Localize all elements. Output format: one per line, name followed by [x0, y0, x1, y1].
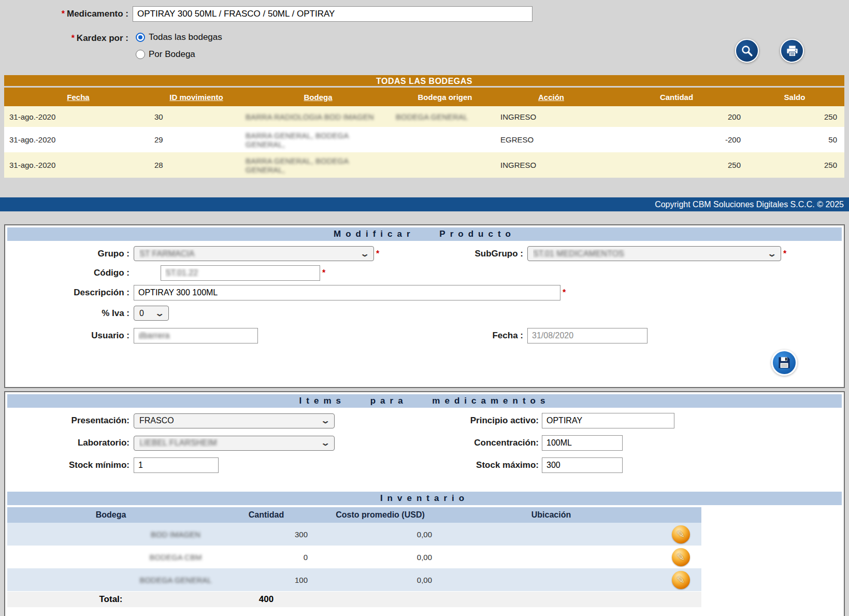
cell-bodega-blurred: BARRA GENERAL, BODEGA GENERAL,	[240, 152, 396, 178]
required-marker: *	[69, 34, 77, 42]
total-label: Total:	[7, 594, 214, 605]
radio-button-icon[interactable]	[136, 50, 145, 59]
inventario-total-row: Total: 400	[7, 592, 701, 607]
kardex-table: Fecha ID movimiento Bodega Bodega origen…	[4, 88, 844, 178]
column-header-bodega[interactable]: Bodega	[240, 88, 396, 106]
cell-id-movimiento: 30	[152, 106, 240, 127]
cell-cantidad: 100	[214, 568, 318, 591]
column-header-saldo: Saldo	[745, 88, 844, 106]
principio-activo-label: Principio activo:	[461, 416, 539, 426]
kardex-table-title: TODAS LAS BODEGAS	[4, 75, 844, 88]
chevron-down-icon: ⌄	[360, 249, 370, 259]
edit-row-button[interactable]: ✎	[672, 525, 690, 543]
presentacion-select[interactable]: FRASCO ⌄	[134, 413, 335, 428]
cell-costo-promedio: 0,00	[318, 546, 442, 568]
column-header-id-movimiento[interactable]: ID movimiento	[152, 88, 240, 106]
cell-cantidad: 300	[214, 523, 318, 546]
cell-cantidad: 200	[608, 106, 745, 127]
descripcion-input[interactable]	[134, 285, 560, 300]
chevron-down-icon: ⌄	[321, 438, 330, 448]
fecha-input[interactable]	[527, 328, 647, 343]
cell-ubicacion	[442, 523, 660, 546]
medicamento-input[interactable]	[133, 6, 533, 22]
print-button[interactable]	[780, 39, 804, 63]
subgrupo-select[interactable]: ST.01 MEDICAMENTOS ⌄	[527, 246, 781, 261]
column-header-fecha[interactable]: Fecha	[4, 88, 152, 106]
cell-costo-promedio: 0,00	[318, 523, 442, 546]
medicamento-label: Medicamento :	[67, 9, 128, 19]
radio-por-bodega[interactable]: Por Bodega	[136, 49, 222, 60]
modificar-producto-title: Modificar Producto	[7, 227, 842, 241]
cell-saldo: 250	[745, 106, 844, 127]
total-value: 400	[214, 594, 318, 605]
chevron-down-icon: ⌄	[155, 309, 165, 318]
stock-maximo-input[interactable]	[542, 457, 623, 473]
cell-bodega-blurred: BOD IMAGEN	[7, 523, 214, 546]
edit-row-button[interactable]: ✎	[672, 548, 690, 566]
cell-accion: INGRESO	[494, 106, 608, 127]
cell-ubicacion	[442, 568, 660, 591]
table-row: BODEGA GENERAL 100 0,00 ✎	[7, 568, 701, 591]
laboratorio-select[interactable]: LIEBEL FLARSHEIM ⌄	[134, 436, 335, 451]
chevron-down-icon: ⌄	[321, 416, 330, 425]
codigo-label: Código :	[7, 268, 129, 278]
footer-bar: Copyright CBM Soluciones Digitales S.C.C…	[0, 197, 849, 211]
column-header-bodega-origen: Bodega origen	[396, 88, 494, 106]
radio-label: Por Bodega	[149, 49, 195, 60]
subgrupo-label: SubGrupo :	[465, 249, 523, 259]
edit-row-button[interactable]: ✎	[672, 571, 690, 589]
radio-button-icon[interactable]	[136, 33, 145, 42]
concentracion-input[interactable]	[542, 435, 623, 451]
descripcion-label: Descripción :	[7, 288, 129, 298]
kardex-search-form: *Medicamento : *Kardex por : Todas las b…	[0, 6, 849, 75]
codigo-input[interactable]	[161, 265, 320, 281]
edit-pencil-icon: ✎	[677, 552, 685, 562]
radio-todas-las-bodegas[interactable]: Todas las bodegas	[136, 32, 222, 42]
cell-cantidad: 250	[608, 152, 745, 178]
kardex-por-label: Kardex por :	[77, 33, 128, 43]
required-marker: *	[560, 288, 568, 297]
inventario-table: Bodega Cantidad Costo promedio (USD) Ubi…	[7, 507, 701, 591]
required-marker: *	[781, 249, 788, 259]
search-button[interactable]	[735, 39, 759, 63]
edit-pencil-icon: ✎	[677, 575, 685, 585]
stock-minimo-label: Stock mínimo:	[7, 460, 129, 470]
inv-column-header-costo-promedio: Costo promedio (USD)	[318, 507, 442, 523]
cell-bodega-origen	[396, 127, 494, 152]
cell-bodega-origen-blurred: BODEGA GENERAL	[396, 106, 494, 127]
cell-cantidad: -200	[608, 127, 745, 152]
usuario-label: Usuario :	[7, 331, 129, 341]
table-row: BOD IMAGEN 300 0,00 ✎	[7, 523, 701, 546]
cell-bodega-blurred: BARRA GENERAL, BODEGA GENERAL,	[240, 127, 396, 152]
cell-fecha: 31-ago.-2020	[4, 127, 152, 152]
search-icon	[740, 44, 754, 58]
cell-bodega-blurred: BODEGA GENERAL	[7, 568, 214, 591]
radio-label: Todas las bodegas	[149, 32, 222, 42]
fecha-label: Fecha :	[465, 331, 523, 341]
principio-activo-input[interactable]	[542, 413, 674, 428]
stock-minimo-input[interactable]	[134, 457, 219, 473]
cell-id-movimiento: 28	[152, 152, 240, 178]
cell-fecha: 31-ago.-2020	[4, 106, 152, 127]
copyright-text: Copyright CBM Soluciones Digitales S.C.C…	[655, 200, 844, 209]
chevron-down-icon: ⌄	[767, 249, 777, 259]
edit-pencil-icon: ✎	[677, 529, 685, 539]
grupo-label: Grupo :	[7, 249, 129, 259]
usuario-input[interactable]	[134, 328, 258, 343]
inv-column-header-cantidad: Cantidad	[214, 507, 318, 523]
kardex-por-radio-group: Todas las bodegas Por Bodega	[136, 32, 222, 66]
cell-bodega-origen	[396, 152, 494, 178]
iva-label: % Iva :	[7, 308, 129, 319]
save-button[interactable]	[771, 350, 797, 376]
required-marker: *	[374, 249, 381, 259]
cell-id-movimiento: 29	[152, 127, 240, 152]
modificar-producto-panel: Modificar Producto Grupo : ST FARMACIA ⌄…	[4, 224, 845, 388]
grupo-select[interactable]: ST FARMACIA ⌄	[134, 246, 374, 261]
required-marker: *	[320, 268, 327, 278]
inventario-title: Inventario	[7, 492, 842, 505]
iva-select[interactable]: 0 ⌄	[134, 306, 169, 321]
stock-maximo-label: Stock máximo:	[461, 460, 539, 470]
cell-fecha: 31-ago.-2020	[4, 152, 152, 178]
inv-column-header-bodega: Bodega	[7, 507, 214, 523]
column-header-accion[interactable]: Acción	[494, 88, 608, 106]
